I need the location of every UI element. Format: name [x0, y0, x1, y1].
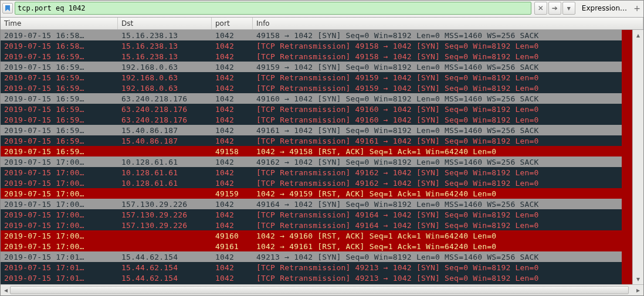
cell-info: [TCP Retransmission] 49159 → 1042 [SYN] … [253, 73, 622, 82]
cell-info: [TCP Retransmission] 49160 → 1042 [SYN] … [253, 105, 622, 114]
cell-port: 1042 [212, 115, 253, 124]
table-row[interactable]: 2019-07-15 17:01…15.44.62.1541042[TCP Re… [1, 273, 622, 283]
table-row[interactable]: 2019-07-15 16:59…491581042 → 49158 [RST,… [1, 146, 622, 156]
table-row[interactable]: 2019-07-15 17:00…157.130.29.2261042[TCP … [1, 220, 622, 230]
horizontal-scrollbar[interactable]: ◂ ▸ [1, 284, 643, 295]
cell-port: 1042 [212, 84, 253, 93]
cell-time: 2019-07-15 17:01… [1, 263, 118, 272]
cell-port: 1042 [212, 263, 253, 272]
cell-time: 2019-07-15 16:59… [1, 137, 118, 145]
cell-info: 49162 → 1042 [SYN] Seq=0 Win=8192 Len=0 … [253, 158, 622, 166]
cell-time: 2019-07-15 17:00… [1, 200, 118, 209]
table-row[interactable]: 2019-07-15 17:00…10.128.61.611042[TCP Re… [1, 178, 622, 188]
table-row[interactable]: 2019-07-15 16:59…15.40.86.1871042[TCP Re… [1, 135, 622, 146]
recent-filters-button[interactable]: ▾ [562, 2, 575, 15]
cell-info: [TCP Retransmission] 49161 → 1042 [SYN] … [253, 137, 622, 145]
col-dst[interactable]: Dst [118, 18, 212, 29]
display-filter-toolbar: ✕ ➔ ▾ Expression… + [1, 1, 643, 17]
table-row[interactable]: 2019-07-15 16:59…192.168.0.631042[TCP Re… [1, 72, 622, 83]
cell-time: 2019-07-15 16:59… [1, 126, 118, 135]
cell-info: [TCP Retransmission] 49160 → 1042 [SYN] … [253, 115, 622, 124]
cell-info: 49158 → 1042 [SYN] Seq=0 Win=8192 Len=0 … [253, 31, 622, 40]
scroll-left-icon[interactable]: ◂ [2, 286, 10, 294]
cell-info: 49159 → 1042 [SYN] Seq=0 Win=8192 Len=0 … [253, 63, 622, 72]
scroll-right-icon[interactable]: ▸ [634, 286, 642, 294]
cell-port: 1042 [212, 31, 253, 40]
cell-info: 49164 → 1042 [SYN] Seq=0 Win=8192 Len=0 … [253, 200, 622, 209]
col-time[interactable]: Time [1, 18, 118, 29]
cell-info: [TCP Retransmission] 49164 → 1042 [SYN] … [253, 210, 622, 219]
table-row[interactable]: 2019-07-15 17:00…491601042 → 49160 [RST,… [1, 230, 622, 241]
cell-dst: 157.130.29.226 [118, 210, 212, 219]
cell-info: 1042 → 49160 [RST, ACK] Seq=1 Ack=1 Win=… [253, 232, 622, 240]
intelligent-scrollbar [622, 30, 632, 284]
cell-dst: 10.128.61.61 [118, 168, 212, 177]
expression-button[interactable]: Expression… [578, 4, 631, 12]
table-row[interactable]: 2019-07-15 17:00…10.128.61.61104249162 →… [1, 156, 622, 167]
cell-dst: 10.128.61.61 [118, 158, 212, 166]
vertical-scrollbar[interactable]: ▴ ▾ [632, 30, 643, 284]
add-filter-button[interactable]: + [632, 4, 642, 13]
cell-info: 1042 → 49161 [RST, ACK] Seq=1 Ack=1 Win=… [253, 242, 622, 251]
cell-port: 1042 [212, 137, 253, 145]
cell-time: 2019-07-15 16:59… [1, 94, 118, 103]
cell-info: 49161 → 1042 [SYN] Seq=0 Win=8192 Len=0 … [253, 126, 622, 135]
cell-dst: 15.44.62.154 [118, 274, 212, 283]
cell-port: 1042 [212, 221, 253, 230]
cell-dst: 157.130.29.226 [118, 221, 212, 230]
col-port[interactable]: port [212, 18, 253, 29]
cell-port: 1042 [212, 158, 253, 166]
cell-port: 1042 [212, 253, 253, 261]
cell-info: [TCP Retransmission] 49213 → 1042 [SYN] … [253, 263, 622, 272]
table-row[interactable]: 2019-07-15 16:58…15.16.238.13104249158 →… [1, 30, 622, 40]
col-info[interactable]: Info [253, 18, 643, 29]
table-row[interactable]: 2019-07-15 17:01…15.44.62.154104249213 →… [1, 251, 622, 262]
cell-dst: 10.128.61.61 [118, 179, 212, 188]
scroll-down-icon[interactable]: ▾ [634, 275, 642, 283]
table-row[interactable]: 2019-07-15 16:59…15.40.86.187104249161 →… [1, 125, 622, 135]
cell-time: 2019-07-15 16:59… [1, 84, 118, 93]
cell-dst: 15.16.238.13 [118, 52, 212, 61]
table-row[interactable]: 2019-07-15 16:58…15.16.238.131042[TCP Re… [1, 40, 622, 51]
hscroll-track[interactable] [10, 285, 634, 295]
bookmark-filter-icon[interactable] [2, 3, 13, 13]
display-filter-input[interactable] [15, 2, 531, 15]
cell-dst: 15.16.238.13 [118, 31, 212, 40]
cell-info: [TCP Retransmission] 49158 → 1042 [SYN] … [253, 42, 622, 50]
cell-port: 1042 [212, 52, 253, 61]
table-row[interactable]: 2019-07-15 17:00…491611042 → 49161 [RST,… [1, 241, 622, 251]
arrow-right-icon: ➔ [552, 4, 558, 12]
cell-dst: 192.168.0.63 [118, 63, 212, 72]
table-row[interactable]: 2019-07-15 16:59…63.240.218.176104249160… [1, 93, 622, 104]
clear-filter-button[interactable]: ✕ [534, 2, 547, 15]
cell-dst: 157.130.29.226 [118, 200, 212, 209]
table-header: Time Dst port Info [1, 18, 643, 30]
table-row[interactable]: 2019-07-15 16:59…192.168.0.63104249159 →… [1, 62, 622, 72]
table-row[interactable]: 2019-07-15 16:59…15.16.238.131042[TCP Re… [1, 51, 622, 62]
cell-dst: 63.240.218.176 [118, 115, 212, 124]
table-row[interactable]: 2019-07-15 16:59…192.168.0.631042[TCP Re… [1, 83, 622, 93]
cell-port: 49161 [212, 242, 253, 251]
cell-dst: 192.168.0.63 [118, 73, 212, 82]
table-body[interactable]: 2019-07-15 16:58…15.16.238.13104249158 →… [1, 30, 622, 284]
table-row[interactable]: 2019-07-15 17:00…10.128.61.611042[TCP Re… [1, 167, 622, 178]
table-row[interactable]: 2019-07-15 17:00…491591042 → 49159 [RST,… [1, 188, 622, 199]
apply-filter-button[interactable]: ➔ [548, 2, 561, 15]
table-row[interactable]: 2019-07-15 17:00…157.130.29.2261042[TCP … [1, 209, 622, 220]
table-row[interactable]: 2019-07-15 17:00…157.130.29.226104249164… [1, 199, 622, 209]
table-row[interactable]: 2019-07-15 16:59…63.240.218.1761042[TCP … [1, 104, 622, 114]
table-row[interactable]: 2019-07-15 16:59…63.240.218.1761042[TCP … [1, 114, 622, 125]
cell-time: 2019-07-15 16:59… [1, 115, 118, 124]
hscroll-thumb[interactable] [10, 286, 629, 294]
cell-port: 1042 [212, 73, 253, 82]
packet-table: Time Dst port Info 2019-07-15 16:58…15.1… [1, 17, 643, 295]
cell-dst: 63.240.218.176 [118, 105, 212, 114]
packet-list-view: ✕ ➔ ▾ Expression… + Time Dst port Info 2… [0, 0, 644, 296]
table-row[interactable]: 2019-07-15 17:01…15.44.62.1541042[TCP Re… [1, 262, 622, 273]
cell-info: 49160 → 1042 [SYN] Seq=0 Win=8192 Len=0 … [253, 94, 622, 103]
close-icon: ✕ [538, 4, 544, 12]
scroll-up-icon[interactable]: ▴ [634, 31, 642, 39]
vscroll-track[interactable] [633, 39, 643, 275]
cell-info: [TCP Retransmission] 49213 → 1042 [SYN] … [253, 274, 622, 283]
cell-time: 2019-07-15 16:58… [1, 31, 118, 40]
